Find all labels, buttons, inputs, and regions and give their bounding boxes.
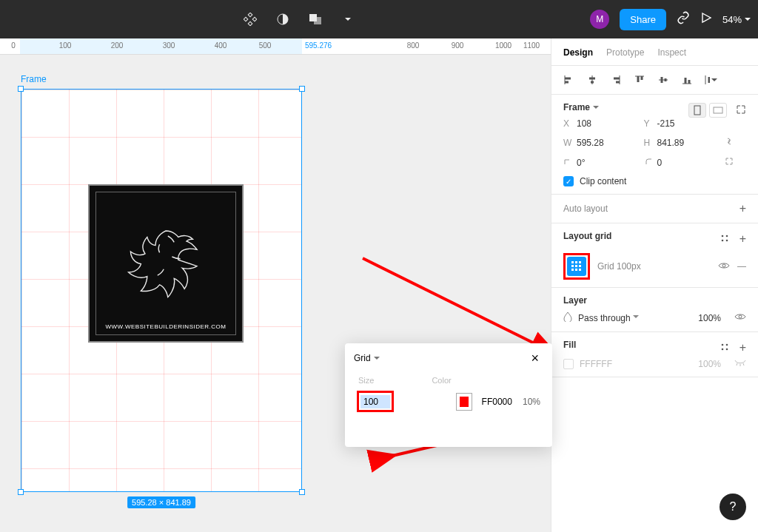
zoom-dropdown[interactable]: 54% (722, 14, 751, 25)
grid-settings-popover: Grid × Size Color FF0000 10% (345, 343, 552, 447)
color-label: Color (432, 376, 451, 385)
close-button[interactable]: × (526, 351, 543, 366)
mask-half-icon[interactable] (275, 11, 291, 27)
grid-color-opacity[interactable]: 10% (523, 397, 540, 407)
blend-mode[interactable]: Pass through (578, 313, 639, 323)
avatar[interactable]: M (590, 10, 609, 29)
corner-radius-icon (644, 157, 657, 168)
toolbar-chevron-down-icon[interactable] (340, 11, 356, 27)
logo-image[interactable]: WWW.WEBSITEBUILDERINSIDER.COM (88, 184, 244, 343)
ruler-tick: 500 (259, 41, 272, 50)
independent-corners-icon[interactable] (724, 156, 746, 169)
layer-section: Layer Pass through 100% (551, 288, 758, 332)
alignment-row (551, 66, 758, 95)
grid-type-icon[interactable] (567, 257, 586, 276)
svg-rect-42 (579, 265, 581, 267)
frame-label[interactable]: Frame (21, 74, 47, 84)
remove-grid-button[interactable]: — (737, 261, 746, 272)
w-value[interactable]: 595.28 (577, 138, 644, 148)
svg-rect-45 (579, 269, 581, 271)
dimensions-badge: 595.28 × 841.89 (127, 496, 195, 508)
h-value[interactable]: 841.89 (657, 138, 725, 148)
svg-rect-2 (244, 17, 248, 21)
rotation-value[interactable]: 0° (577, 158, 644, 168)
boolean-union-icon[interactable] (307, 11, 323, 27)
tab-inspect[interactable]: Inspect (657, 47, 686, 58)
align-h-center-icon[interactable] (586, 73, 599, 87)
link-icon[interactable] (677, 11, 690, 27)
svg-line-52 (737, 363, 737, 366)
present-play-icon[interactable] (700, 12, 712, 27)
distribute-icon[interactable] (704, 73, 717, 87)
svg-marker-7 (702, 13, 711, 22)
ruler-tick-active: 595.276 (305, 41, 332, 50)
h-label: H (644, 138, 657, 148)
svg-point-46 (722, 264, 725, 267)
grid-size-input[interactable] (360, 395, 390, 408)
resize-to-fit-icon[interactable] (736, 104, 746, 117)
ruler-tick: 300 (163, 41, 175, 50)
svg-rect-44 (575, 269, 577, 271)
tab-prototype[interactable]: Prototype (606, 47, 644, 58)
resize-handle-bl[interactable] (18, 489, 24, 495)
components-icon[interactable] (242, 11, 258, 27)
x-label: X (563, 118, 577, 129)
panel-tabs: Design Prototype Inspect (551, 38, 758, 66)
svg-line-8 (363, 258, 554, 353)
layer-opacity[interactable]: 100% (698, 313, 721, 323)
fill-hidden-icon[interactable] (734, 359, 746, 369)
resize-handle-br[interactable] (299, 489, 305, 495)
grid-color-swatch[interactable] (457, 394, 471, 410)
clip-content-checkbox[interactable]: ✓Clip content (563, 176, 746, 186)
fill-swatch[interactable] (563, 359, 574, 369)
align-bottom-icon[interactable] (680, 73, 694, 87)
svg-point-51 (725, 348, 728, 350)
auto-layout-label: Auto layout (563, 203, 608, 214)
frame[interactable]: Frame WWW.WEBSITEBUILDERINSIDER.COM (21, 89, 302, 492)
share-button[interactable]: Share (620, 9, 666, 30)
y-label: Y (644, 118, 657, 129)
layer-visibility-icon[interactable] (734, 312, 746, 323)
layer-title: Layer (563, 295, 746, 306)
top-toolbar: M Share 54% (0, 0, 758, 38)
svg-rect-6 (314, 17, 321, 24)
help-button[interactable]: ? (720, 494, 746, 520)
grid-name[interactable]: Grid 100px (597, 261, 711, 272)
grid-color-hex[interactable]: FF0000 (482, 397, 512, 407)
svg-rect-41 (575, 265, 577, 267)
ruler-tick: 800 (407, 41, 420, 50)
tab-design[interactable]: Design (563, 47, 593, 58)
fill-title: Fill (563, 340, 576, 350)
align-left-icon[interactable] (562, 73, 575, 87)
popover-title[interactable]: Grid (354, 353, 380, 363)
frame-section-title[interactable]: Frame (563, 102, 599, 112)
layout-grid-title: Layout grid (563, 231, 611, 241)
svg-rect-40 (571, 265, 574, 267)
fill-opacity[interactable]: 100% (698, 359, 721, 369)
align-v-center-icon[interactable] (657, 73, 670, 87)
svg-rect-1 (248, 21, 252, 26)
orientation-landscape-icon[interactable] (709, 103, 727, 118)
svg-point-50 (721, 348, 723, 350)
fill-hex[interactable]: FFFFFF (580, 359, 612, 369)
ruler-tick: 400 (215, 41, 227, 50)
x-value[interactable]: 108 (577, 118, 644, 129)
align-top-icon[interactable] (633, 73, 646, 87)
grid-styles-icon[interactable] (720, 234, 729, 245)
fill-styles-icon[interactable] (720, 343, 729, 354)
svg-rect-0 (248, 13, 252, 17)
svg-rect-43 (571, 269, 574, 271)
resize-handle-tl[interactable] (18, 86, 24, 92)
link-dimensions-icon[interactable] (724, 136, 746, 149)
add-layout-grid-button[interactable]: + (739, 232, 746, 246)
y-value[interactable]: -215 (657, 118, 725, 129)
blend-icon[interactable] (563, 312, 572, 324)
add-fill-button[interactable]: + (739, 341, 746, 354)
add-auto-layout-button[interactable]: + (739, 202, 746, 215)
corner-radius-value[interactable]: 0 (657, 158, 725, 168)
resize-handle-tr[interactable] (299, 86, 305, 92)
canvas[interactable]: Frame WWW.WEBSITEBUILDERINSIDER.COM (0, 55, 551, 532)
align-right-icon[interactable] (609, 73, 623, 87)
orientation-portrait-icon[interactable] (688, 103, 706, 118)
grid-visibility-icon[interactable] (718, 261, 730, 272)
